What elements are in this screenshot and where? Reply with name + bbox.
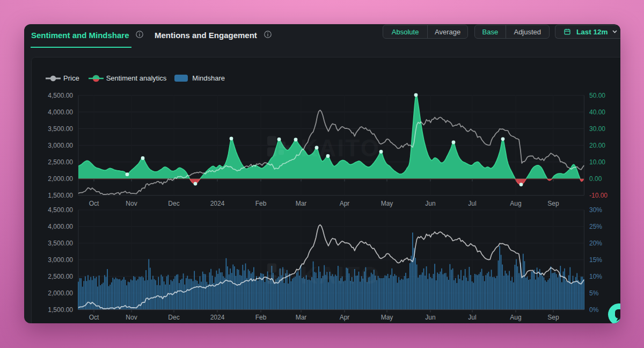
svg-text:-10.00: -10.00 (589, 192, 608, 199)
svg-text:3,500.00: 3,500.00 (48, 240, 73, 247)
svg-text:30%: 30% (589, 206, 602, 214)
svg-text:2,500.00: 2,500.00 (48, 272, 73, 280)
svg-text:KAITO: KAITO (301, 262, 380, 288)
svg-text:40.00: 40.00 (589, 108, 605, 115)
svg-text:1,500.00: 1,500.00 (48, 192, 73, 199)
svg-text:30.00: 30.00 (589, 125, 605, 132)
svg-text:4,500.00: 4,500.00 (48, 206, 73, 214)
svg-text:Mar: Mar (296, 314, 307, 321)
svg-text:10.00: 10.00 (589, 158, 605, 165)
svg-text:Feb: Feb (255, 199, 267, 207)
svg-text:Sep: Sep (547, 314, 559, 321)
svg-text:2,500.00: 2,500.00 (48, 158, 73, 165)
svg-text:Jul: Jul (468, 199, 476, 207)
svg-text:4,000.00: 4,000.00 (48, 223, 73, 230)
svg-text:10%: 10% (589, 272, 602, 280)
svg-text:Aug: Aug (510, 199, 521, 207)
svg-text:1,500.00: 1,500.00 (48, 306, 73, 313)
svg-text:2,000.00: 2,000.00 (48, 175, 73, 183)
svg-text:May: May (381, 199, 393, 207)
svg-text:Nov: Nov (126, 314, 137, 321)
svg-text:Nov: Nov (126, 199, 137, 207)
svg-text:Jun: Jun (425, 199, 435, 207)
svg-text:50.00: 50.00 (589, 91, 605, 99)
svg-text:Apr: Apr (340, 314, 350, 321)
svg-text:Dec: Dec (168, 314, 179, 321)
svg-text:May: May (381, 314, 393, 321)
svg-text:Oct: Oct (89, 199, 99, 207)
svg-text:0%: 0% (589, 306, 599, 313)
svg-text:4,500.00: 4,500.00 (48, 91, 73, 99)
svg-text:20%: 20% (589, 240, 602, 247)
svg-text:20.00: 20.00 (589, 141, 605, 149)
svg-text:Mar: Mar (296, 199, 307, 207)
svg-text:Feb: Feb (255, 314, 267, 321)
svg-text:15%: 15% (589, 256, 602, 264)
svg-text:Aug: Aug (510, 314, 521, 321)
svg-text:Oct: Oct (89, 314, 99, 321)
svg-text:Jul: Jul (468, 314, 476, 321)
svg-text:Sep: Sep (547, 199, 559, 207)
svg-text:3,500.00: 3,500.00 (48, 125, 73, 132)
svg-text:KAITO: KAITO (301, 135, 380, 161)
svg-text:4,000.00: 4,000.00 (48, 108, 73, 115)
svg-text:0.00: 0.00 (589, 175, 602, 183)
svg-text:3,000.00: 3,000.00 (48, 141, 73, 149)
svg-text:25%: 25% (589, 223, 602, 230)
svg-text:2024: 2024 (210, 199, 225, 207)
svg-text:Apr: Apr (340, 199, 350, 207)
svg-text:Dec: Dec (168, 199, 179, 207)
svg-text:5%: 5% (589, 289, 599, 296)
svg-text:3,000.00: 3,000.00 (48, 256, 73, 264)
svg-text:2024: 2024 (210, 314, 225, 321)
svg-text:Jun: Jun (425, 314, 435, 321)
svg-text:2,000.00: 2,000.00 (48, 289, 73, 296)
